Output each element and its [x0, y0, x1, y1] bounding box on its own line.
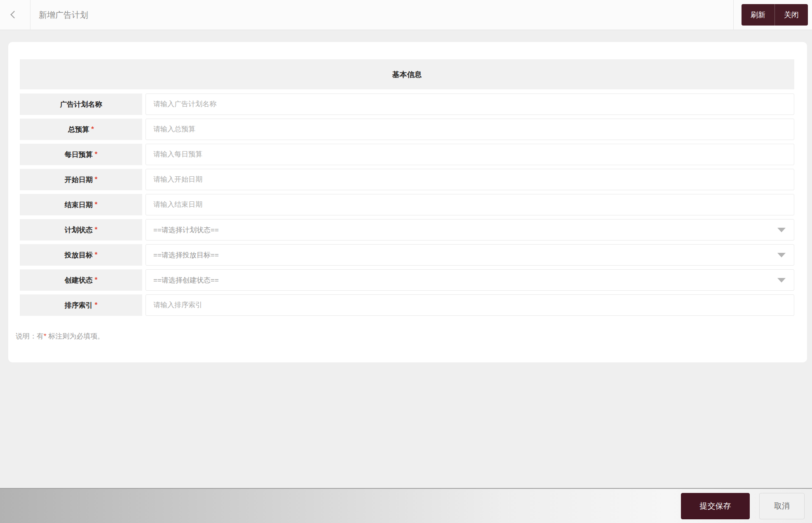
- form-row: 计划状态 * ==请选择计划状态==: [20, 219, 794, 240]
- field-cell: [146, 119, 794, 140]
- note-prefix: 说明：有: [16, 332, 44, 340]
- text-input[interactable]: [146, 294, 794, 316]
- field-cell: [146, 144, 794, 165]
- field-label-text: 开始日期: [65, 175, 93, 184]
- form-row: 开始日期 *: [20, 169, 794, 190]
- field-label-text: 广告计划名称: [60, 100, 102, 109]
- form-row: 每日预算 *: [20, 144, 794, 165]
- header-divider: [733, 0, 734, 30]
- form-row: 排序索引 *: [20, 294, 794, 316]
- field-label: 计划状态 *: [20, 219, 142, 240]
- field-label-text: 每日预算: [65, 150, 93, 159]
- page-title: 新增广告计划: [39, 0, 88, 30]
- form-row: 广告计划名称: [20, 93, 794, 115]
- field-cell: ==请选择创建状态==: [146, 269, 794, 291]
- field-label-text: 结束日期: [65, 200, 93, 210]
- field-label: 广告计划名称: [20, 93, 142, 115]
- required-note: 说明：有* 标注则为必填项。: [16, 332, 794, 341]
- required-asterisk: *: [95, 226, 98, 234]
- text-input[interactable]: [146, 194, 794, 215]
- refresh-button[interactable]: 刷新: [742, 4, 774, 26]
- field-label-text: 投放目标: [65, 250, 93, 260]
- select-box[interactable]: ==请选择投放目标==: [146, 244, 794, 266]
- section-header: 基本信息: [20, 59, 794, 89]
- form-rows: 广告计划名称 总预算 * 每日预算 * 开始日期 *: [20, 93, 794, 316]
- submit-save-button[interactable]: 提交保存: [681, 493, 750, 519]
- field-label: 每日预算 *: [20, 144, 142, 165]
- field-label: 结束日期 *: [20, 194, 142, 215]
- field-label: 投放目标 *: [20, 244, 142, 266]
- field-cell: [146, 93, 794, 115]
- form-row: 创建状态 * ==请选择创建状态==: [20, 269, 794, 291]
- required-asterisk: *: [95, 175, 98, 184]
- text-input[interactable]: [146, 119, 794, 140]
- field-label-text: 创建状态: [65, 276, 93, 285]
- close-button[interactable]: 关闭: [775, 4, 808, 26]
- required-asterisk: *: [91, 125, 94, 133]
- required-asterisk: *: [95, 251, 98, 259]
- field-label-text: 排序索引: [65, 301, 93, 310]
- field-cell: [146, 169, 794, 190]
- field-label: 创建状态 *: [20, 269, 142, 291]
- select-value: ==请选择创建状态==: [153, 276, 219, 285]
- note-asterisk: *: [44, 332, 47, 340]
- field-label-text: 总预算: [68, 125, 89, 134]
- field-cell: [146, 194, 794, 215]
- select-value: ==请选择投放目标==: [153, 250, 219, 260]
- chevron-down-icon: [777, 253, 786, 257]
- field-cell: ==请选择投放目标==: [146, 244, 794, 266]
- text-input[interactable]: [146, 93, 794, 115]
- field-label: 开始日期 *: [20, 169, 142, 190]
- required-asterisk: *: [95, 201, 98, 209]
- chevron-down-icon: [777, 228, 786, 232]
- form-row: 投放目标 * ==请选择投放目标==: [20, 244, 794, 266]
- form-row: 结束日期 *: [20, 194, 794, 215]
- field-cell: ==请选择计划状态==: [146, 219, 794, 240]
- select-value: ==请选择计划状态==: [153, 225, 219, 235]
- note-suffix: 标注则为必填项。: [47, 332, 105, 340]
- form-card: 基本信息 广告计划名称 总预算 * 每日预算 *: [8, 42, 807, 362]
- required-asterisk: *: [95, 276, 98, 284]
- chevron-left-icon: [10, 11, 18, 18]
- text-input[interactable]: [146, 144, 794, 165]
- form-row: 总预算 *: [20, 119, 794, 140]
- chevron-down-icon: [777, 278, 786, 283]
- select-box[interactable]: ==请选择创建状态==: [146, 269, 794, 291]
- back-button[interactable]: [0, 0, 31, 30]
- cancel-button[interactable]: 取消: [759, 493, 805, 519]
- field-cell: [146, 294, 794, 316]
- required-asterisk: *: [95, 150, 98, 159]
- page-header: 新增广告计划 刷新 关闭: [0, 0, 812, 30]
- required-asterisk: *: [95, 301, 98, 309]
- text-input[interactable]: [146, 169, 794, 190]
- footer-bar: 提交保存 取消: [0, 488, 812, 523]
- field-label: 总预算 *: [20, 119, 142, 140]
- select-box[interactable]: ==请选择计划状态==: [146, 219, 794, 240]
- header-action-group: 刷新 关闭: [742, 4, 808, 26]
- field-label-text: 计划状态: [65, 225, 93, 235]
- field-label: 排序索引 *: [20, 294, 142, 316]
